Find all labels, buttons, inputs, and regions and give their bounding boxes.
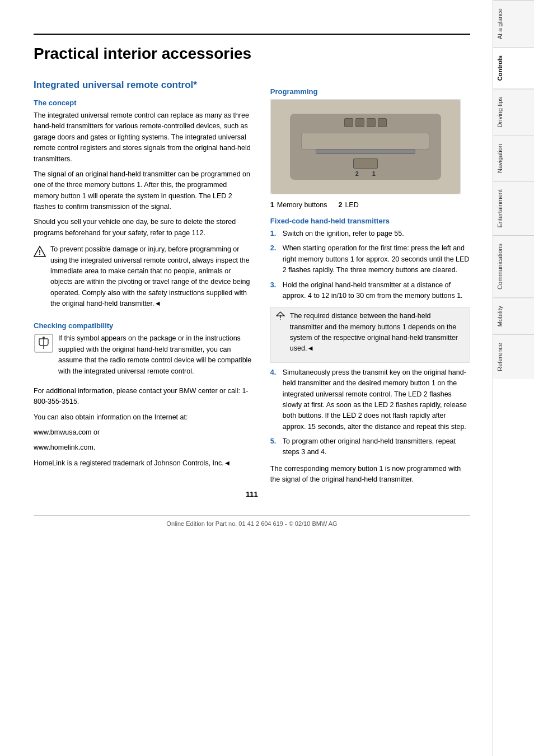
sidebar-tab-navigation[interactable]: Navigation xyxy=(493,136,534,181)
page-title: Practical interior accessories xyxy=(34,34,470,63)
note-text: The required distance between the hand-h… xyxy=(290,311,465,354)
memory-btn-group xyxy=(353,158,378,169)
memory-button-row xyxy=(353,158,378,169)
note-box: The required distance between the hand-h… xyxy=(270,307,470,363)
svg-point-3 xyxy=(43,337,45,339)
compat-para-2: You can also obtain information on the I… xyxy=(34,412,254,423)
label-2: 2 xyxy=(355,170,359,177)
label-text-2: LED xyxy=(345,201,358,209)
label-item-1: 1 Memory buttons xyxy=(270,201,327,209)
label-num-2: 2 xyxy=(338,201,342,209)
svg-text:!: ! xyxy=(39,249,41,256)
label-item-2: 2 LED xyxy=(338,201,358,209)
step-num-4: 4. xyxy=(270,367,279,432)
page-number: 111 xyxy=(34,490,470,498)
step-3: 3. Hold the original hand-held transmitt… xyxy=(270,280,470,302)
sidebar-tab-controls[interactable]: Controls xyxy=(493,47,534,88)
warning-box: ! To prevent possible damage or injury, … xyxy=(34,244,254,314)
step-text-5: To program other original hand-held tran… xyxy=(283,436,470,458)
step-num-1: 1. xyxy=(270,228,279,239)
compat-para-1: For additional information, please conta… xyxy=(34,386,254,408)
led-strip xyxy=(316,150,415,154)
warning-text: To prevent possible damage or injury, be… xyxy=(50,244,254,309)
right-column: Programming xyxy=(270,80,470,490)
step-1: 1. Switch on the ignition, refer to page… xyxy=(270,228,470,239)
sidebar-tab-communications[interactable]: Communications xyxy=(493,235,534,297)
concept-heading: The concept xyxy=(34,99,254,107)
label-1: 1 xyxy=(372,170,376,177)
step-text-3: Hold the original hand-held transmitter … xyxy=(283,280,470,302)
step-text-4: Simultaneously press the transmit key on… xyxy=(283,367,470,432)
console-btn-2 xyxy=(355,118,364,127)
compat-row: If this symbol appears on the package or… xyxy=(34,333,254,381)
sidebar-tab-reference[interactable]: Reference xyxy=(493,334,534,379)
label-num-1: 1 xyxy=(270,201,274,209)
sidebar-tab-mobility[interactable]: Mobility xyxy=(493,297,534,334)
image-labels: 1 Memory buttons 2 LED xyxy=(270,201,470,209)
programming-heading: Programming xyxy=(270,87,470,96)
two-column-layout: Integrated universal remote control* The… xyxy=(34,80,470,490)
step-num-5: 5. xyxy=(270,436,279,458)
console-btn-3 xyxy=(367,118,376,127)
compat-text: If this symbol appears on the package or… xyxy=(58,333,254,377)
step-text-1: Switch on the ignition, refer to page 55… xyxy=(283,228,404,239)
svg-point-6 xyxy=(280,319,281,320)
left-column: Integrated universal remote control* The… xyxy=(34,80,254,490)
sidebar-tab-at-a-glance[interactable]: At a glance xyxy=(493,0,534,47)
bottom-labels: 2 1 xyxy=(355,170,376,177)
concept-para-1: The integrated universal remote control … xyxy=(34,110,254,165)
right-sidebar: At a glance Controls Driving tips Naviga… xyxy=(493,0,534,756)
note-icon xyxy=(275,311,285,359)
concept-para-2: The signal of an original hand-held tran… xyxy=(34,169,254,213)
compat-icon xyxy=(34,333,54,381)
closing-text: The corresponding memory button 1 is now… xyxy=(270,464,470,486)
sidebar-tab-entertainment[interactable]: Entertainment xyxy=(493,181,534,235)
compat-para-3: www.bmwusa.com or xyxy=(34,427,254,438)
compat-heading: Checking compatibility xyxy=(34,321,254,330)
sidebar-tab-driving-tips[interactable]: Driving tips xyxy=(493,88,534,135)
step-num-2: 2. xyxy=(270,243,279,276)
programming-image: 2 1 xyxy=(270,99,461,194)
step-4: 4. Simultaneously press the transmit key… xyxy=(270,367,470,432)
label-text-1: Memory buttons xyxy=(277,201,327,209)
top-button-row xyxy=(344,118,387,127)
compat-para-5: HomeLink is a registered trademark of Jo… xyxy=(34,458,254,469)
concept-para-3: Should you sell your vehicle one day, be… xyxy=(34,217,254,239)
step-text-2: When starting operation for the first ti… xyxy=(283,243,470,276)
console-btn-1 xyxy=(344,118,353,127)
step-5: 5. To program other original hand-held t… xyxy=(270,436,470,458)
overhead-console: 2 1 xyxy=(290,114,441,180)
step-num-3: 3. xyxy=(270,280,279,302)
console-btn-4 xyxy=(378,118,387,127)
fixed-code-steps-list: 1. Switch on the ignition, refer to page… xyxy=(270,228,470,301)
fixed-code-steps-cont: 4. Simultaneously press the transmit key… xyxy=(270,367,470,458)
main-content: Practical interior accessories Integrate… xyxy=(0,0,493,756)
mirror-row xyxy=(301,133,429,150)
step-2: 2. When starting operation for the first… xyxy=(270,243,470,276)
car-panel: 2 1 xyxy=(271,100,460,194)
section-title: Integrated universal remote control* xyxy=(34,80,254,91)
fixed-code-heading: Fixed-code hand-held transmitters xyxy=(270,217,470,225)
compat-para-4: www.homelink.com. xyxy=(34,442,254,453)
page-footer: Online Edition for Part no. 01 41 2 604 … xyxy=(34,515,470,527)
warning-icon: ! xyxy=(34,244,46,314)
